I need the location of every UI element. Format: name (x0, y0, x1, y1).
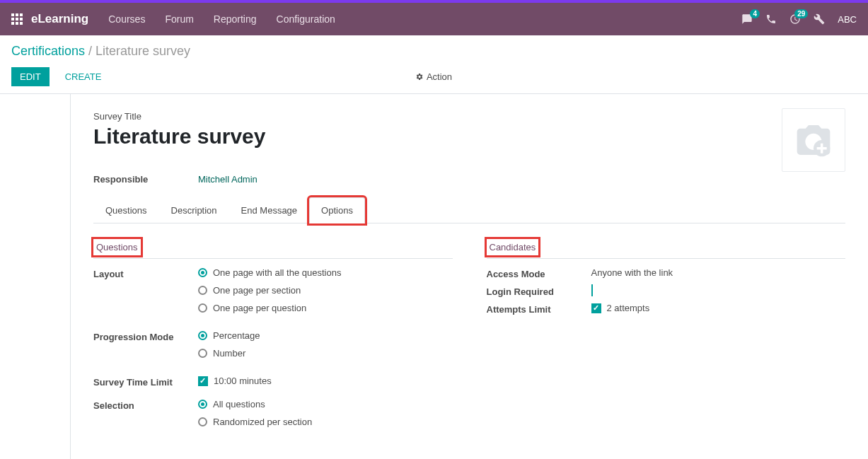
breadcrumb-root[interactable]: Certifications (11, 44, 85, 58)
nav-forum[interactable]: Forum (165, 13, 193, 25)
phone-icon[interactable] (765, 13, 777, 25)
brand[interactable]: eLearning (31, 12, 88, 26)
radio-icon (198, 400, 207, 409)
status-sidebar (0, 94, 71, 459)
user-menu[interactable]: ABC (838, 14, 857, 25)
chat-badge: 4 (750, 9, 760, 18)
section-candidates: Candidates (487, 239, 846, 259)
svg-rect-0 (11, 13, 14, 16)
action-dropdown[interactable]: Action (416, 71, 452, 82)
activity-icon[interactable]: 29 (789, 13, 801, 25)
layout-option-question[interactable]: One page per question (198, 303, 453, 313)
radio-icon (198, 349, 207, 358)
radio-icon (198, 331, 207, 340)
nav-configuration[interactable]: Configuration (277, 13, 335, 25)
attempts-label: Attempts Limit (487, 303, 591, 315)
progression-number[interactable]: Number (198, 348, 453, 359)
survey-title: Literature survey (93, 124, 845, 149)
tab-questions[interactable]: Questions (93, 197, 159, 223)
attempts-checkbox[interactable] (591, 303, 601, 313)
svg-rect-2 (20, 13, 23, 16)
camera-add-icon (794, 120, 833, 160)
login-required-checkbox[interactable] (591, 284, 593, 296)
svg-rect-7 (16, 22, 18, 25)
svg-rect-6 (11, 22, 14, 25)
layout-option-section[interactable]: One page per section (198, 285, 453, 296)
progression-label: Progression Mode (93, 330, 198, 342)
tools-icon[interactable] (814, 13, 825, 25)
svg-rect-1 (16, 13, 18, 16)
selection-all[interactable]: All questions (198, 399, 453, 409)
svg-rect-4 (16, 18, 18, 21)
nav-courses[interactable]: Courses (108, 13, 145, 25)
selection-label: Selection (93, 399, 198, 411)
tab-end-message[interactable]: End Message (229, 197, 310, 223)
apps-icon[interactable] (11, 13, 23, 25)
svg-rect-3 (11, 18, 14, 21)
svg-rect-8 (20, 22, 23, 25)
layout-option-all[interactable]: One page with all the questions (198, 267, 453, 278)
radio-icon (198, 268, 207, 277)
time-limit-value: 10:00 minutes (214, 376, 272, 386)
time-limit-checkbox[interactable] (198, 376, 208, 386)
time-limit-label: Survey Time Limit (93, 376, 198, 388)
chat-icon[interactable]: 4 (741, 13, 753, 25)
activity-badge: 29 (794, 9, 808, 18)
responsible-value[interactable]: Mitchell Admin (198, 174, 257, 185)
selection-random[interactable]: Randomized per section (198, 417, 453, 427)
attempts-value: 2 attempts (607, 303, 650, 313)
radio-icon (198, 417, 207, 426)
progression-percentage[interactable]: Percentage (198, 330, 453, 341)
access-mode-value: Anyone with the link (591, 267, 846, 278)
login-required-label: Login Required (487, 285, 591, 297)
gear-icon (416, 73, 424, 81)
tab-options[interactable]: Options (309, 197, 365, 223)
breadcrumb: Certifications / Literature survey (11, 44, 857, 59)
breadcrumb-current: Literature survey (96, 44, 190, 58)
create-button[interactable]: CREATE (57, 67, 110, 86)
edit-button[interactable]: EDIT (11, 67, 50, 86)
responsible-label: Responsible (93, 174, 198, 185)
tab-description[interactable]: Description (159, 197, 229, 223)
nav-reporting[interactable]: Reporting (214, 13, 257, 25)
navbar: eLearning Courses Forum Reporting Config… (0, 3, 868, 35)
survey-title-label: Survey Title (93, 111, 845, 122)
access-mode-label: Access Mode (487, 267, 591, 279)
radio-icon (198, 303, 207, 313)
radio-icon (198, 286, 207, 295)
layout-label: Layout (93, 267, 198, 279)
image-placeholder[interactable] (782, 108, 845, 172)
svg-rect-5 (20, 18, 23, 21)
section-questions: Questions (93, 239, 453, 259)
